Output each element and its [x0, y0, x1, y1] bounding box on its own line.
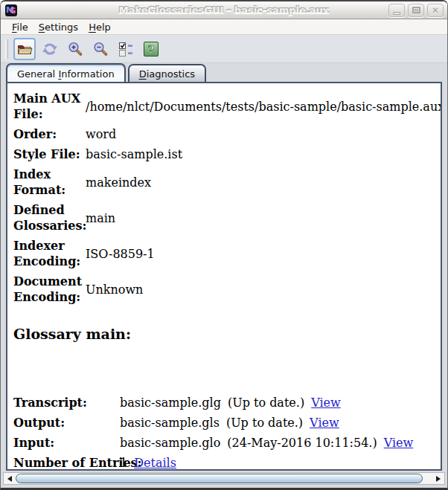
maximize-button[interactable] — [408, 4, 424, 17]
toolbar: ? — [1, 35, 447, 63]
scrollbar-thumb[interactable] — [16, 474, 423, 483]
close-button[interactable]: ✕ — [427, 4, 444, 17]
glossary-file-rows: Transcript: basic-sample.glg (Up to date… — [13, 395, 438, 471]
field-value: basic-sample.ist — [86, 146, 182, 162]
open-folder-icon — [16, 41, 33, 57]
field-label: Defined Glossaries: — [13, 202, 86, 233]
help-button[interactable]: ? — [140, 38, 162, 60]
field-row-index-format: Index Format: makeindex — [13, 167, 438, 198]
field-value: ISO-8859-1 — [86, 246, 155, 262]
scroll-right-button[interactable] — [432, 473, 444, 484]
tab-general-information[interactable]: General Information — [6, 63, 126, 82]
menu-help[interactable]: Help — [83, 20, 116, 34]
select-entries-button[interactable] — [115, 38, 137, 60]
glossary-row-entries: Number of Entries: 1 Details — [13, 455, 438, 471]
tabbar: General Information Diagnostics — [1, 63, 447, 82]
minimize-button[interactable] — [388, 4, 405, 17]
horizontal-scrollbar — [3, 472, 445, 485]
details-link[interactable]: Details — [134, 455, 176, 471]
view-transcript-link[interactable]: View — [311, 395, 341, 410]
glossary-row-input: Input: basic-sample.glo (24-May-2016 10:… — [13, 435, 438, 451]
field-label: Main AUX File: — [13, 91, 86, 122]
field-value: Unknown — [86, 282, 143, 297]
view-input-link[interactable]: View — [384, 435, 414, 451]
toolbar-drag-handle[interactable] — [5, 39, 8, 59]
scroll-left-button[interactable] — [4, 473, 16, 484]
glossary-heading: Glossary main: — [13, 325, 438, 344]
menu-file[interactable]: File — [7, 20, 33, 34]
field-value: /home/nlct/Documents/tests/basic-sample/… — [86, 99, 442, 115]
titlebar: M G MakeGlossariesGUI - basic-sample.aux… — [1, 1, 447, 19]
tab-diagnostics[interactable]: Diagnostics — [128, 64, 206, 82]
app-window: M G MakeGlossariesGUI - basic-sample.aux… — [0, 0, 448, 490]
zoom-in-button[interactable] — [64, 38, 86, 60]
reload-button[interactable] — [39, 38, 61, 60]
maximize-icon — [412, 7, 420, 13]
field-label: Indexer Encoding: — [13, 238, 86, 269]
glossary-row-transcript: Transcript: basic-sample.glg (Up to date… — [13, 395, 438, 410]
logo-letter-g: G — [10, 7, 16, 15]
field-row-defined-glossaries: Defined Glossaries: main — [13, 202, 438, 233]
zoom-out-button[interactable] — [89, 38, 112, 60]
field-row-document-encoding: Document Encoding: Unknown — [13, 274, 438, 305]
close-icon: ✕ — [432, 5, 439, 16]
field-row-main-aux-file: Main AUX File: /home/nlct/Documents/test… — [13, 91, 438, 122]
window-controls: ✕ — [388, 4, 444, 17]
menubar: File Settings Help — [1, 19, 447, 35]
zoom-out-icon — [92, 41, 109, 57]
left-arrow-icon — [7, 476, 12, 482]
zoom-in-icon — [67, 41, 83, 57]
glossary-row-output: Output: basic-sample.gls (Up to date.) V… — [13, 415, 438, 431]
window-title: MakeGlossariesGUI - basic-sample.aux — [119, 4, 329, 16]
field-label: Document Encoding: — [13, 274, 86, 305]
reload-icon — [42, 41, 58, 57]
minimize-icon — [393, 12, 400, 15]
field-label: Style File: — [13, 146, 86, 162]
field-value: makeindex — [86, 175, 151, 190]
menu-settings[interactable]: Settings — [33, 20, 83, 34]
field-row-order: Order: word — [13, 126, 438, 142]
open-button[interactable] — [13, 38, 36, 60]
view-output-link[interactable]: View — [310, 415, 339, 431]
field-label: Index Format: — [13, 167, 86, 198]
field-row-style-file: Style File: basic-sample.ist — [13, 146, 438, 162]
select-entries-icon — [118, 41, 134, 57]
right-arrow-icon — [436, 476, 441, 482]
field-value: main — [86, 210, 115, 226]
field-label: Order: — [13, 126, 86, 142]
window-logo-icon[interactable]: M G — [5, 4, 17, 16]
help-icon: ? — [143, 41, 159, 57]
field-row-indexer-encoding: Indexer Encoding: ISO-8859-1 — [13, 238, 438, 269]
field-value: word — [86, 126, 116, 142]
general-information-panel: Main AUX File: /home/nlct/Documents/test… — [6, 82, 442, 471]
svg-text:?: ? — [148, 42, 155, 56]
